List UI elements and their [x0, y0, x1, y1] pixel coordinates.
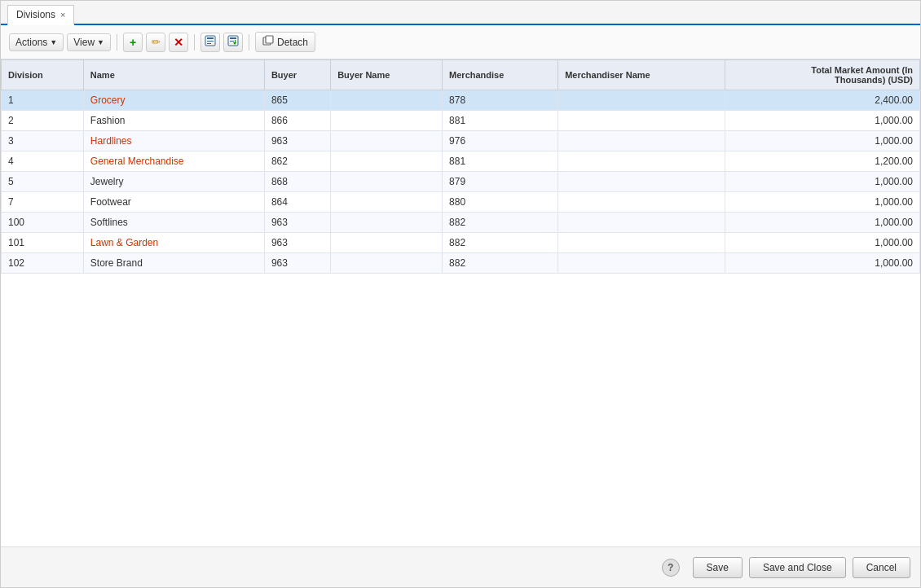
- cell-buyer_name: [331, 233, 443, 253]
- actions-arrow-icon: ▼: [50, 38, 57, 46]
- cell-total_market: 1,000.00: [725, 172, 920, 192]
- cell-buyer_name: [331, 192, 443, 213]
- table-row[interactable]: 100Softlines9638821,000.00: [2, 213, 920, 233]
- delete-icon: ✕: [174, 36, 183, 49]
- cell-total_market: 1,000.00: [725, 131, 920, 151]
- table-row[interactable]: 5Jewelry8688791,000.00: [2, 172, 920, 192]
- app-container: Divisions × Actions ▼ View ▼ + ✏ ✕: [0, 0, 921, 588]
- cell-merchandiser_name: [558, 253, 725, 274]
- save-button[interactable]: Save: [693, 557, 743, 578]
- tab-close-icon[interactable]: ×: [60, 10, 65, 20]
- table-row[interactable]: 2Fashion8668811,000.00: [2, 111, 920, 131]
- detach-button[interactable]: Detach: [255, 32, 315, 52]
- cell-name[interactable]: General Merchandise: [83, 151, 264, 172]
- cell-division: 7: [2, 192, 84, 213]
- cell-buyer_name: [331, 151, 443, 172]
- tab-label: Divisions: [16, 9, 55, 20]
- cell-buyer: 862: [264, 151, 330, 172]
- cell-merchandiser_name: [558, 172, 725, 192]
- cell-buyer_name: [331, 90, 443, 111]
- table-body: 1Grocery8658782,400.002Fashion8668811,00…: [2, 90, 920, 274]
- cell-name: Jewelry: [83, 172, 264, 192]
- cell-merchandiser_name: [558, 111, 725, 131]
- table-row[interactable]: 3Hardlines9639761,000.00: [2, 131, 920, 151]
- table-row[interactable]: 101Lawn & Garden9638821,000.00: [2, 233, 920, 253]
- actions-button[interactable]: Actions ▼: [9, 33, 64, 51]
- cancel-button[interactable]: Cancel: [853, 557, 910, 578]
- cell-buyer_name: [331, 111, 443, 131]
- svg-rect-5: [230, 37, 236, 39]
- cell-division: 100: [2, 213, 84, 233]
- toolbar-separator-3: [249, 34, 249, 50]
- cell-total_market: 1,000.00: [725, 253, 920, 274]
- import-button[interactable]: [223, 33, 243, 52]
- cell-merchandise: 976: [443, 131, 558, 151]
- table-row[interactable]: 102Store Brand9638821,000.00: [2, 253, 920, 274]
- cell-buyer: 866: [264, 111, 330, 131]
- footer: ? Save Save and Close Cancel: [1, 546, 920, 587]
- cell-name[interactable]: Grocery: [83, 90, 264, 111]
- cell-merchandiser_name: [558, 131, 725, 151]
- view-label: View: [73, 37, 95, 48]
- col-header-merchandise: Merchandise: [443, 60, 558, 90]
- table-area: Division Name Buyer Buyer Name Merchandi…: [1, 59, 920, 546]
- cell-division: 102: [2, 253, 84, 274]
- delete-button[interactable]: ✕: [169, 33, 188, 52]
- cell-buyer_name: [331, 213, 443, 233]
- add-button[interactable]: +: [123, 33, 143, 52]
- table-header-row: Division Name Buyer Buyer Name Merchandi…: [2, 60, 920, 90]
- cell-buyer_name: [331, 253, 443, 274]
- cell-merchandise: 880: [443, 192, 558, 213]
- cell-buyer: 963: [264, 131, 330, 151]
- add-icon: +: [130, 36, 136, 49]
- cell-merchandise: 882: [443, 213, 558, 233]
- cell-total_market: 1,000.00: [725, 213, 920, 233]
- help-button[interactable]: ?: [662, 559, 680, 577]
- cell-merchandise: 879: [443, 172, 558, 192]
- divisions-table: Division Name Buyer Buyer Name Merchandi…: [1, 59, 920, 274]
- cell-merchandise: 882: [443, 253, 558, 274]
- cell-name: Fashion: [83, 111, 264, 131]
- svg-rect-6: [230, 41, 234, 42]
- import-icon: [227, 35, 239, 49]
- cell-buyer: 963: [264, 253, 330, 274]
- cell-division: 3: [2, 131, 84, 151]
- col-header-total-market: Total Market Amount (InThousands) (USD): [725, 60, 920, 90]
- cell-merchandise: 882: [443, 233, 558, 253]
- detach-icon: [262, 35, 274, 49]
- cell-name[interactable]: Hardlines: [83, 131, 264, 151]
- export-button[interactable]: [201, 33, 220, 52]
- svg-marker-8: [233, 42, 236, 45]
- table-row[interactable]: 4General Merchandise8628811,200.00: [2, 151, 920, 172]
- table-row[interactable]: 1Grocery8658782,400.00: [2, 90, 920, 111]
- cell-division: 5: [2, 172, 84, 192]
- cell-buyer: 864: [264, 192, 330, 213]
- cell-merchandiser_name: [558, 233, 725, 253]
- col-header-merchandiser-name: Merchandiser Name: [558, 60, 725, 90]
- divisions-tab[interactable]: Divisions ×: [7, 5, 74, 25]
- cell-total_market: 1,000.00: [725, 192, 920, 213]
- col-header-buyer: Buyer: [264, 60, 330, 90]
- edit-icon: ✏: [152, 36, 161, 48]
- cell-buyer: 865: [264, 90, 330, 111]
- cell-name[interactable]: Lawn & Garden: [83, 233, 264, 253]
- view-button[interactable]: View ▼: [67, 33, 111, 51]
- save-close-button[interactable]: Save and Close: [749, 557, 846, 578]
- col-header-buyer-name: Buyer Name: [331, 60, 443, 90]
- cell-merchandiser_name: [558, 213, 725, 233]
- cell-division: 1: [2, 90, 84, 111]
- edit-button[interactable]: ✏: [146, 33, 165, 52]
- cell-division: 101: [2, 233, 84, 253]
- cell-merchandiser_name: [558, 192, 725, 213]
- col-header-name: Name: [83, 60, 264, 90]
- actions-label: Actions: [15, 37, 47, 48]
- tab-bar: Divisions ×: [1, 1, 920, 25]
- cell-merchandise: 881: [443, 111, 558, 131]
- cell-division: 2: [2, 111, 84, 131]
- cell-division: 4: [2, 151, 84, 172]
- detach-label: Detach: [277, 37, 308, 48]
- svg-rect-1: [207, 37, 214, 39]
- cell-total_market: 1,200.00: [725, 151, 920, 172]
- table-row[interactable]: 7Footwear8648801,000.00: [2, 192, 920, 213]
- cell-name: Footwear: [83, 192, 264, 213]
